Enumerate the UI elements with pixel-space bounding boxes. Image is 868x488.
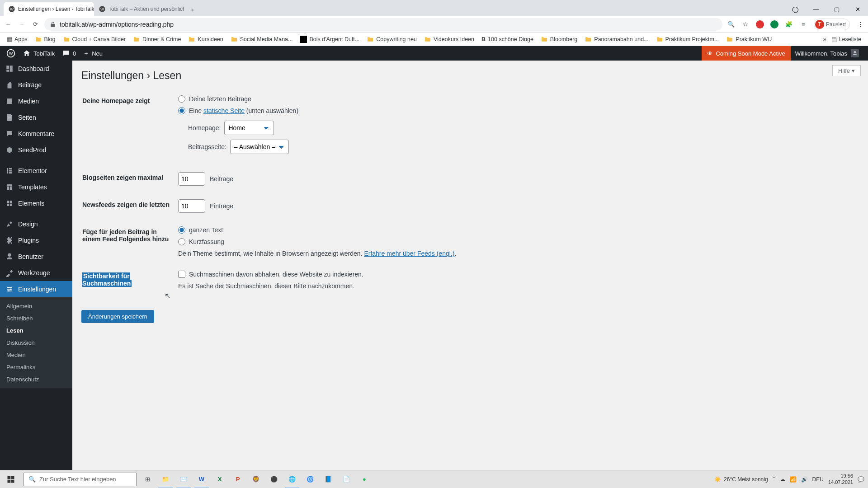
submenu-allgemein[interactable]: Allgemein bbox=[0, 300, 72, 312]
homepage-select[interactable]: Home bbox=[224, 121, 274, 135]
coming-soon-badge[interactable]: 👁Coming Soon Mode Active bbox=[702, 46, 790, 61]
visibility-description: Es ist Sache der Suchmaschinen, dieser B… bbox=[178, 282, 854, 290]
radio-input[interactable] bbox=[178, 238, 185, 245]
sidebar-item-elementor[interactable]: Elementor bbox=[0, 163, 72, 179]
sidebar-item-dashboard[interactable]: Dashboard bbox=[0, 61, 72, 77]
menu-icon[interactable]: ⋮ bbox=[856, 20, 864, 28]
submenu-diskussion[interactable]: Diskussion bbox=[0, 337, 72, 349]
radio-static-page[interactable]: Eine statische Seite (unten auswählen) bbox=[178, 107, 854, 114]
sidebar-item-templates[interactable]: Templates bbox=[0, 179, 72, 195]
bookmark[interactable]: Dinner & Crime bbox=[131, 36, 183, 43]
address-bar: ← → ⟳ tobitalk.at/wp-admin/options-readi… bbox=[0, 16, 868, 33]
radio-latest-posts[interactable]: Deine letzten Beiträge bbox=[178, 95, 854, 103]
postspage-select-label: Beitragsseite: bbox=[188, 143, 226, 150]
svg-point-12 bbox=[10, 289, 12, 290]
maximize-button[interactable]: ▢ bbox=[826, 2, 847, 16]
new-tab-button[interactable]: ＋ bbox=[186, 4, 199, 16]
site-link[interactable]: TobiTalk bbox=[19, 46, 58, 61]
sidebar-item-pages[interactable]: Seiten bbox=[0, 109, 72, 126]
browser-tab-0[interactable]: W Einstellungen › Lesen · TobiTalk – ... bbox=[4, 2, 94, 16]
postspage-select[interactable]: – Auswählen – bbox=[230, 140, 289, 154]
radio-full-text[interactable]: ganzen Text bbox=[178, 226, 854, 234]
feed-learn-more-link[interactable]: Erfahre mehr über Feeds (engl.) bbox=[364, 250, 454, 257]
submenu-schreiben[interactable]: Schreiben bbox=[0, 312, 72, 324]
zoom-icon[interactable]: 🔍 bbox=[727, 20, 735, 28]
feed-max-input[interactable] bbox=[178, 199, 205, 213]
bookmark[interactable]: ▦Apps bbox=[5, 36, 30, 42]
help-tab[interactable]: Hilfe▾ bbox=[832, 65, 861, 76]
sidebar-item-posts[interactable]: Beiträge bbox=[0, 77, 72, 93]
bookmark[interactable]: Videokurs Ideen bbox=[422, 36, 476, 43]
profile-chip[interactable]: T Pausiert bbox=[814, 19, 850, 30]
unit-label: Einträge bbox=[210, 202, 233, 210]
user-menu[interactable]: Willkommen, Tobias bbox=[791, 49, 863, 57]
bookmark-overflow[interactable]: » bbox=[823, 36, 826, 42]
radio-input[interactable] bbox=[178, 226, 185, 234]
bookmark[interactable]: B100 schöne Dinge bbox=[479, 36, 536, 42]
apps-icon: ▦ bbox=[7, 36, 12, 42]
blog-max-input[interactable] bbox=[178, 172, 205, 186]
page-title: Einstellungen › Lesen bbox=[81, 61, 859, 89]
bookmark[interactable]: Kursideen bbox=[186, 36, 225, 43]
svg-point-11 bbox=[8, 287, 9, 288]
wp-favicon: W bbox=[8, 5, 15, 13]
star-icon[interactable]: ☆ bbox=[741, 20, 750, 28]
checkbox-discourage[interactable]: Suchmaschinen davon abhalten, diese Webs… bbox=[178, 271, 854, 278]
circle-icon[interactable]: ◯ bbox=[785, 2, 806, 16]
browser-tab-1[interactable]: W TobiTalk – Aktien und persönliche... bbox=[94, 2, 184, 16]
svg-rect-7 bbox=[7, 168, 8, 174]
ext-list-icon[interactable]: ≡ bbox=[799, 20, 807, 28]
minimize-button[interactable]: — bbox=[806, 2, 826, 16]
wp-logo[interactable]: W bbox=[3, 46, 19, 61]
feed-description: Dein Theme bestimmt, wie Inhalte in Brow… bbox=[178, 250, 854, 257]
radio-input[interactable] bbox=[178, 95, 185, 103]
svg-text:W: W bbox=[10, 7, 14, 11]
puzzle-icon[interactable]: 🧩 bbox=[785, 20, 793, 28]
bookmark[interactable]: Cloud + Canva Bilder bbox=[61, 36, 128, 43]
sidebar-item-seedprod[interactable]: SeedProd bbox=[0, 142, 72, 158]
radio-summary[interactable]: Kurzfassung bbox=[178, 238, 854, 245]
submenu-permalinks[interactable]: Permalinks bbox=[0, 361, 72, 373]
ext-red-icon[interactable] bbox=[756, 20, 764, 28]
radio-input[interactable] bbox=[178, 107, 185, 114]
bookmark[interactable]: Social Media Mana... bbox=[228, 36, 295, 43]
sidebar-item-media[interactable]: Medien bbox=[0, 93, 72, 109]
reload-button[interactable]: ⟳ bbox=[31, 21, 40, 28]
sidebar-item-elements[interactable]: Elements bbox=[0, 195, 72, 211]
url-text: tobitalk.at/wp-admin/options-reading.php bbox=[60, 21, 174, 28]
close-window-button[interactable]: ✕ bbox=[847, 2, 868, 16]
bookmark[interactable]: Blog bbox=[33, 36, 58, 43]
save-button[interactable]: Änderungen speichern bbox=[81, 310, 154, 323]
back-button[interactable]: ← bbox=[4, 21, 13, 28]
page-icon bbox=[300, 36, 307, 43]
bookmark[interactable]: Panoramabahn und... bbox=[582, 36, 651, 43]
url-input[interactable]: tobitalk.at/wp-admin/options-reading.php bbox=[44, 18, 722, 31]
reading-list[interactable]: ▤Leseliste bbox=[829, 36, 863, 42]
bookmark[interactable]: Praktikum WU bbox=[724, 36, 774, 43]
submenu-datenschutz[interactable]: Datenschutz bbox=[0, 373, 72, 385]
label-feed-max: Newsfeeds zeigen die letzten bbox=[82, 194, 177, 220]
sidebar-item-tools[interactable]: Werkzeuge bbox=[0, 265, 72, 281]
sidebar-item-comments[interactable]: Kommentare bbox=[0, 126, 72, 142]
comments-link[interactable]: 0 bbox=[58, 46, 80, 61]
forward-button[interactable]: → bbox=[17, 21, 26, 28]
cursor-icon: ↖ bbox=[165, 292, 170, 300]
sidebar-item-settings[interactable]: Einstellungen bbox=[0, 281, 72, 297]
static-page-link[interactable]: statische Seite bbox=[203, 107, 245, 114]
svg-point-13 bbox=[8, 290, 9, 291]
profile-status: Pausiert bbox=[826, 21, 846, 28]
bookmark[interactable]: Praktikum Projektm... bbox=[654, 36, 722, 43]
lock-icon bbox=[50, 21, 56, 28]
new-content[interactable]: ＋Neu bbox=[80, 46, 106, 61]
bookmark[interactable]: Bloomberg bbox=[538, 36, 580, 43]
checkbox-input[interactable] bbox=[178, 271, 185, 278]
bookmark[interactable]: Bois d'Argent Duft... bbox=[297, 36, 362, 43]
submenu-lesen[interactable]: Lesen bbox=[0, 324, 72, 337]
bookmark[interactable]: Copywriting neu bbox=[364, 36, 419, 43]
submenu-medien[interactable]: Medien bbox=[0, 349, 72, 361]
sidebar-item-design[interactable]: Design bbox=[0, 216, 72, 232]
svg-text:W: W bbox=[100, 7, 104, 11]
sidebar-item-plugins[interactable]: Plugins bbox=[0, 232, 72, 249]
sidebar-item-users[interactable]: Benutzer bbox=[0, 249, 72, 265]
ext-green-icon[interactable] bbox=[770, 20, 778, 28]
